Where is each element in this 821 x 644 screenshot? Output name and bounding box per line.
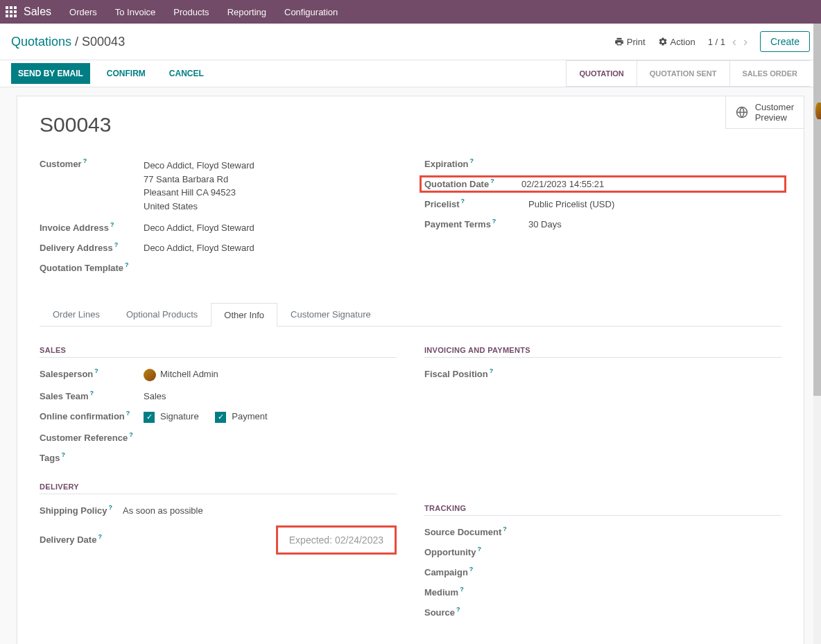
- nav-to-invoice[interactable]: To Invoice: [115, 7, 156, 17]
- sheet: Customer Preview S00043 Customer? Deco A…: [17, 96, 804, 644]
- label-salesperson: Salesperson?: [40, 369, 144, 379]
- nav-products[interactable]: Products: [173, 7, 209, 17]
- breadcrumb-current: S00043: [82, 35, 125, 49]
- nav-configuration[interactable]: Configuration: [284, 7, 338, 17]
- svg-rect-7: [10, 15, 12, 17]
- print-button[interactable]: Print: [614, 37, 646, 47]
- tab-customer-signature[interactable]: Customer Signature: [277, 302, 384, 326]
- section-sales: SALES Salesperson? Mitchell Admin Sales …: [40, 346, 397, 463]
- value-pricelist[interactable]: Public Pricelist (USD): [528, 199, 614, 209]
- svg-rect-6: [6, 15, 8, 17]
- value-delivery-address[interactable]: Deco Addict, Floyd Steward: [144, 243, 254, 253]
- record-name: S00043: [40, 113, 781, 137]
- action-button[interactable]: Action: [658, 37, 695, 47]
- breadcrumb-root[interactable]: Quotations: [11, 35, 71, 49]
- value-invoice-address[interactable]: Deco Addict, Floyd Steward: [144, 223, 254, 233]
- step-sales-order[interactable]: SALES ORDER: [729, 60, 810, 87]
- label-campaign: Campaign?: [424, 567, 528, 577]
- sheet-bg: Customer Preview S00043 Customer? Deco A…: [0, 87, 821, 644]
- status-steps: QUOTATION QUOTATION SENT SALES ORDER: [566, 60, 810, 87]
- section-sales-heading: SALES: [40, 346, 397, 358]
- highlight-expected-date: Expected: 02/24/2023: [276, 525, 397, 555]
- svg-rect-1: [10, 6, 12, 9]
- highlight-quotation-date: Quotation Date? 02/21/2023 14:55:21: [420, 175, 786, 193]
- value-online-confirmation: ✓Signature ✓Payment: [144, 411, 282, 423]
- breadcrumb: Quotations / S00043: [11, 35, 125, 49]
- value-salesperson[interactable]: Mitchell Admin: [144, 369, 218, 381]
- step-quotation[interactable]: QUOTATION: [566, 60, 636, 87]
- value-customer[interactable]: Deco Addict, Floyd Steward 77 Santa Barb…: [144, 159, 254, 213]
- tab-other-info[interactable]: Other Info: [211, 303, 277, 327]
- value-quotation-date[interactable]: 02/21/2023 14:55:21: [521, 179, 604, 189]
- scrollbar-thumb[interactable]: [813, 24, 821, 396]
- label-source: Source?: [424, 607, 528, 618]
- label-online-confirmation: Online confirmation?: [40, 411, 144, 421]
- value-sales-team[interactable]: Sales: [144, 391, 166, 401]
- label-source-document: Source Document?: [424, 527, 528, 537]
- label-delivery-date: Delivery Date?: [40, 534, 123, 545]
- statusbar: SEND BY EMAIL CONFIRM CANCEL QUOTATION Q…: [0, 60, 821, 87]
- nav-menu: Orders To Invoice Products Reporting Con…: [69, 7, 338, 17]
- pager: 1 / 1 ‹ ›: [708, 35, 747, 49]
- customer-preview-button[interactable]: Customer Preview: [725, 96, 804, 129]
- label-payment-terms: Payment Terms?: [424, 219, 528, 229]
- pager-prev-icon[interactable]: ‹: [732, 35, 736, 49]
- gear-icon: [658, 37, 668, 46]
- value-shipping-policy[interactable]: As soon as possible: [123, 505, 203, 516]
- send-by-email-button[interactable]: SEND BY EMAIL: [11, 63, 90, 84]
- label-sales-team: Sales Team?: [40, 391, 144, 401]
- label-quotation-template: Quotation Template?: [40, 263, 144, 273]
- create-button[interactable]: Create: [760, 31, 810, 52]
- topbar: Sales Orders To Invoice Products Reporti…: [0, 0, 821, 24]
- nav-orders[interactable]: Orders: [69, 7, 97, 17]
- label-customer-reference: Customer Reference?: [40, 433, 144, 443]
- checkbox-signature[interactable]: ✓: [144, 412, 155, 423]
- label-shipping-policy: Shipping Policy?: [40, 505, 123, 516]
- confirm-button[interactable]: CONFIRM: [100, 63, 153, 84]
- label-customer: Customer?: [40, 159, 144, 169]
- tab-order-lines[interactable]: Order Lines: [40, 302, 113, 326]
- globe-icon: [736, 106, 748, 119]
- cp-right: Print Action 1 / 1 ‹ › Create: [614, 31, 810, 52]
- pager-next-icon[interactable]: ›: [743, 35, 747, 49]
- value-payment-terms[interactable]: 30 Days: [528, 219, 562, 229]
- step-quotation-sent[interactable]: QUOTATION SENT: [637, 60, 729, 87]
- section-invoicing-heading: INVOICING AND PAYMENTS: [424, 346, 781, 358]
- label-delivery-address: Delivery Address?: [40, 243, 144, 253]
- cancel-button[interactable]: CANCEL: [162, 63, 211, 84]
- svg-rect-0: [6, 6, 8, 9]
- nav-reporting[interactable]: Reporting: [227, 7, 266, 17]
- section-delivery-heading: DELIVERY: [40, 482, 397, 494]
- tabs: Order Lines Optional Products Other Info…: [40, 302, 781, 327]
- svg-rect-5: [14, 10, 17, 13]
- label-opportunity: Opportunity?: [424, 547, 528, 557]
- label-expiration: Expiration?: [424, 159, 528, 169]
- checkbox-payment[interactable]: ✓: [215, 412, 226, 423]
- value-expected-date[interactable]: Expected: 02/24/2023: [289, 534, 383, 546]
- label-quotation-date: Quotation Date?: [424, 179, 521, 189]
- control-panel: Quotations / S00043 Print Action 1 / 1 ‹…: [0, 24, 821, 60]
- label-tags: Tags?: [40, 453, 144, 463]
- label-fiscal-position: Fiscal Position?: [424, 369, 528, 379]
- section-invoicing: INVOICING AND PAYMENTS Fiscal Position?: [424, 346, 781, 379]
- label-invoice-address: Invoice Address?: [40, 223, 144, 233]
- pager-value[interactable]: 1 / 1: [708, 37, 725, 47]
- svg-rect-8: [14, 15, 17, 17]
- avatar-icon: [144, 369, 156, 381]
- svg-rect-2: [14, 6, 17, 9]
- tab-optional-products[interactable]: Optional Products: [113, 302, 211, 326]
- brand-label[interactable]: Sales: [24, 6, 51, 18]
- apps-icon[interactable]: [6, 6, 17, 17]
- svg-rect-3: [6, 10, 8, 13]
- user-avatar-icon[interactable]: [815, 103, 821, 119]
- label-medium: Medium?: [424, 587, 528, 598]
- label-pricelist: Pricelist?: [424, 199, 528, 209]
- svg-rect-4: [10, 10, 12, 13]
- print-icon: [614, 37, 624, 46]
- section-delivery: DELIVERY Shipping Policy? As soon as pos…: [40, 482, 397, 555]
- status-buttons: SEND BY EMAIL CONFIRM CANCEL: [11, 60, 211, 87]
- section-tracking: TRACKING Source Document? Opportunity? C…: [424, 504, 781, 618]
- section-tracking-heading: TRACKING: [424, 504, 781, 516]
